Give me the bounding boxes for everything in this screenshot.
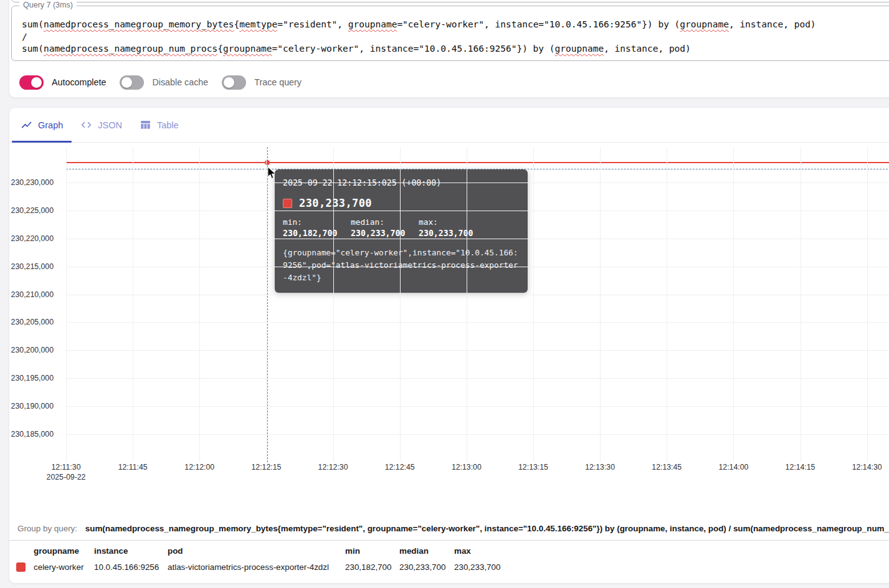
previous-query-fieldset-fragment xyxy=(11,0,889,2)
toggle-disable-cache[interactable]: Disable cache xyxy=(120,75,208,90)
x-axis-label: 12:14:15 xyxy=(774,463,827,472)
tooltip-stat: max:230,233,700 xyxy=(419,217,487,238)
query-editor[interactable]: sum(namedprocess_namegroup_memory_bytes{… xyxy=(22,19,889,55)
query-token: / xyxy=(22,32,27,42)
x-gridline xyxy=(600,147,601,462)
x-axis-label: 12:11:45 xyxy=(106,463,159,472)
legend-swatch-cell xyxy=(9,559,34,576)
query-fieldset-legend: Query 7 (3ms) xyxy=(19,1,77,9)
group-by-query-row: Group by query: sum(namedprocess_namegro… xyxy=(17,524,889,533)
y-gridline xyxy=(66,350,889,351)
legend-col-min: min xyxy=(345,542,399,559)
tooltip-stat-label: min: xyxy=(283,217,351,227)
query-token-misspelled: memtype xyxy=(239,19,277,29)
chart-layer: 2025-09-22 12:12:15:025 (+00:00) 230,233… xyxy=(9,108,889,583)
y-axis-label: 230,190,000 xyxy=(9,402,54,410)
query-line: sum(namedprocess_namegroup_memory_bytes{… xyxy=(22,19,889,31)
tooltip-stat-value: 230,233,700 xyxy=(419,229,487,238)
x-axis-label: 12:13:45 xyxy=(640,463,693,472)
tooltip-stats: min:230,182,700median:230,233,700max:230… xyxy=(283,217,520,238)
x-gridline xyxy=(533,147,534,462)
legend-table-body: celery-worker10.0.45.166:9256atlas-victo… xyxy=(9,559,889,576)
x-gridline xyxy=(199,147,200,462)
legend-col-groupname: groupname xyxy=(34,542,94,559)
tooltip-stat-label: median: xyxy=(351,217,419,227)
y-gridline xyxy=(66,295,889,295)
group-by-query-label: Group by query: xyxy=(17,524,77,533)
query-token-misspelled: groupname xyxy=(555,44,604,54)
x-axis-label: 12:11:30 xyxy=(39,463,93,472)
y-axis-label: 230,195,000 xyxy=(9,374,54,382)
query-fieldset[interactable]: Query 7 (3ms) sum(namedprocess_namegroup… xyxy=(11,6,889,61)
y-gridline xyxy=(66,434,889,435)
x-axis-label: 12:12:30 xyxy=(307,463,360,472)
toggle-trace-query-label: Trace query xyxy=(254,77,302,87)
query-line: sum(namedprocess_namegroup_num_procs{gro… xyxy=(22,43,889,55)
series-line xyxy=(66,162,889,163)
toggle-autocomplete-switch[interactable] xyxy=(19,75,44,90)
x-gridline xyxy=(667,147,667,462)
toggle-knob xyxy=(31,77,42,88)
tooltip-value-row: 230,233,700 xyxy=(283,197,520,209)
toggles-row: AutocompleteDisable cacheTrace query xyxy=(19,74,315,91)
toggle-knob xyxy=(121,77,132,88)
x-gridline xyxy=(400,147,401,462)
y-gridline xyxy=(66,183,889,183)
x-axis-date-label: 2025-09-22 xyxy=(39,473,93,481)
crosshair-vertical xyxy=(267,147,268,462)
graph-panel-card: GraphJSONTable 2025-09-22 12:12:15:025 (… xyxy=(9,107,889,584)
query-token: ="celery-worker", instance="10.0.45.166:… xyxy=(397,19,680,29)
legend-col-instance: instance xyxy=(94,542,168,559)
y-axis-label: 230,225,000 xyxy=(9,206,54,215)
legend-col-pod: pod xyxy=(168,542,345,559)
query-line: / xyxy=(22,31,889,44)
toggle-disable-cache-switch[interactable] xyxy=(120,75,144,90)
legend-col-max: max xyxy=(454,542,889,559)
query-token-misspelled: namedprocess_namegroup_num_procs xyxy=(44,44,217,54)
y-gridline xyxy=(66,211,889,211)
toggle-trace-query-switch[interactable] xyxy=(222,75,246,90)
group-by-query-text: sum(namedprocess_namegroup_memory_bytes{… xyxy=(85,524,889,533)
query-token: ="celery-worker", instance="10.0.45.166:… xyxy=(272,44,555,54)
x-axis-label: 12:13:00 xyxy=(440,463,493,472)
y-gridline xyxy=(66,267,889,267)
y-gridline xyxy=(66,378,889,379)
tooltip-series-labels: {groupname="celery-worker",instance="10.… xyxy=(283,247,521,284)
x-axis-label: 12:13:30 xyxy=(573,463,627,472)
y-axis-label: 230,220,000 xyxy=(9,234,54,243)
query-token: , instance, pod) xyxy=(604,44,691,54)
legend-cell: celery-worker xyxy=(34,559,94,576)
tooltip-stat-value: 230,233,700 xyxy=(351,229,419,238)
query-token: , instance, pod) xyxy=(729,19,816,29)
x-gridline xyxy=(266,147,267,462)
y-gridline xyxy=(66,322,889,323)
legend-col-swatch xyxy=(9,542,34,559)
query-panel-card: Query 7 (3ms) sum(namedprocess_namegroup… xyxy=(9,0,889,98)
tooltip-stat-label: max: xyxy=(419,217,487,227)
x-axis-label: 12:12:00 xyxy=(173,463,226,472)
y-gridline xyxy=(66,239,889,239)
x-axis-label: 12:14:30 xyxy=(840,463,889,472)
y-axis-label: 230,205,000 xyxy=(9,318,54,326)
chart-tooltip: 2025-09-22 12:12:15:025 (+00:00) 230,233… xyxy=(275,169,528,293)
legend-cell: atlas-victoriametrics-process-exporter-4… xyxy=(168,559,345,576)
legend-cell: 230,233,700 xyxy=(399,559,454,576)
y-gridline xyxy=(66,406,889,407)
y-axis-label: 230,185,000 xyxy=(9,430,54,439)
legend-row[interactable]: celery-worker10.0.45.166:9256atlas-victo… xyxy=(9,559,889,576)
query-token: { xyxy=(234,19,239,29)
legend-table: groupnameinstancepodminmedianmax celery-… xyxy=(9,542,889,576)
legend-divider xyxy=(9,540,889,541)
query-token: { xyxy=(217,44,223,54)
query-token: sum( xyxy=(22,44,44,54)
tooltip-stat: min:230,182,700 xyxy=(283,217,351,238)
x-axis-label: 12:12:15 xyxy=(239,463,293,472)
toggle-autocomplete[interactable]: Autocomplete xyxy=(19,75,106,90)
series-color-swatch xyxy=(16,562,26,572)
legend-col-median: median xyxy=(399,542,454,559)
x-gridline xyxy=(66,147,67,462)
y-axis-label: 230,200,000 xyxy=(9,346,54,354)
x-gridline xyxy=(801,147,801,462)
x-gridline xyxy=(333,147,334,462)
toggle-trace-query[interactable]: Trace query xyxy=(222,75,302,90)
